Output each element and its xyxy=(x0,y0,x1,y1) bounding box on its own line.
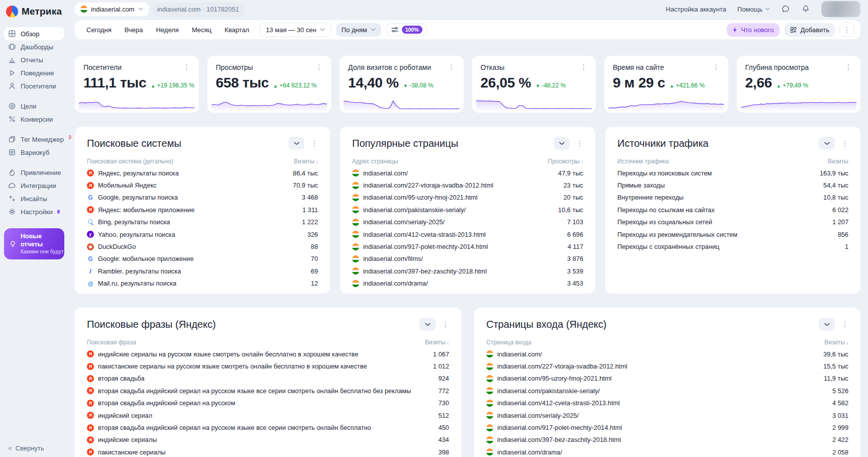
column-header-value[interactable]: Визиты↓ xyxy=(824,339,848,346)
table-row[interactable]: DuckDuckGo88 xyxy=(87,240,318,252)
table-row[interactable]: indiaserial.com/47,9 тыс xyxy=(352,167,583,179)
table-row[interactable]: indiaserial.com/serialy-2025/3 031 xyxy=(486,409,848,421)
card-menu-button[interactable]: ⋮ xyxy=(580,63,587,70)
sidebar-item-integrations[interactable]: Интеграции xyxy=(4,179,64,192)
table-row[interactable]: вторая свадьба924 xyxy=(87,373,449,385)
table-row[interactable]: Rambler, результаты поиска69 xyxy=(87,265,318,277)
table-row[interactable]: Переходы с сохранённых страниц1 xyxy=(617,240,848,252)
column-header-value[interactable]: Визиты↓ xyxy=(294,158,318,165)
widget-collapse-button[interactable] xyxy=(554,137,570,150)
column-header-value[interactable]: Визиты xyxy=(828,158,848,165)
table-row[interactable]: indiaserial.com/95-uzory-hnoj-2021.html2… xyxy=(352,192,583,204)
table-row[interactable]: indiaserial.com/917-polet-mechty-2014.ht… xyxy=(352,240,583,252)
row-value: 3 468 xyxy=(302,194,318,201)
sidebar-item-overview[interactable]: Обзор xyxy=(4,27,64,40)
table-row[interactable]: вторая свадьба индийский сериал на русск… xyxy=(87,421,449,433)
table-row[interactable]: Google: мобильное приложение70 xyxy=(87,253,318,265)
table-row[interactable]: indiaserial.com/39,6 тыс xyxy=(486,348,848,360)
table-row[interactable]: пакистанские сериалы398 xyxy=(87,446,449,457)
widget-collapse-button[interactable] xyxy=(819,137,835,150)
card-menu-button[interactable]: ⋮ xyxy=(713,63,720,70)
help-menu[interactable]: Помощь xyxy=(737,6,770,13)
date-tab-3[interactable]: Неделя xyxy=(151,23,184,37)
table-row[interactable]: индийский сериал512 xyxy=(87,409,449,421)
date-tab-2[interactable]: Вчера xyxy=(119,23,149,37)
table-row[interactable]: indiaserial.com/films/3 876 xyxy=(352,253,583,265)
sidebar-item-conversions[interactable]: Конверсии xyxy=(4,113,64,126)
date-tab-4[interactable]: Месяц xyxy=(186,23,217,37)
table-row[interactable]: пакистанские сериалы на русском языке см… xyxy=(87,360,449,372)
table-row[interactable]: Переходы по ссылкам на сайтах6 022 xyxy=(617,204,848,216)
widget-menu-button[interactable]: ⋮ xyxy=(311,140,318,147)
table-row[interactable]: Переходы из поисковых систем163,9 тыс xyxy=(617,167,848,179)
table-row[interactable]: Mail.ru, результаты поиска12 xyxy=(87,278,318,290)
sidebar-item-goals[interactable]: Цели xyxy=(4,100,64,113)
sidebar-item-settings[interactable]: Настройки xyxy=(4,205,64,218)
table-row[interactable]: indiaserial.com/917-polet-mechty-2014.ht… xyxy=(486,421,848,433)
table-row[interactable]: Мобильный Яндекс70,9 тыс xyxy=(87,179,318,191)
card-menu-button[interactable]: ⋮ xyxy=(448,63,455,70)
whats-new-button[interactable]: Что нового xyxy=(727,23,779,37)
table-row[interactable]: Прямые заходы54,4 тыс xyxy=(617,179,848,191)
metrika-logo[interactable]: Метрика xyxy=(4,3,68,20)
sidebar-item-visitors[interactable]: Посетители xyxy=(4,79,64,93)
avatar[interactable] xyxy=(821,1,860,17)
widget-collapse-button[interactable] xyxy=(288,137,304,150)
chat-button[interactable] xyxy=(781,5,790,14)
card-menu-button[interactable]: ⋮ xyxy=(845,63,852,70)
table-row[interactable]: Внутренние переходы10,8 тыс xyxy=(617,192,848,204)
table-row[interactable]: indiaserial.com/397-bez-zaschity-2018.ht… xyxy=(486,434,848,446)
table-row[interactable]: Bing, результаты поиска1 222 xyxy=(87,216,318,228)
table-row[interactable]: Яндекс, результаты поиска86,4 тыс xyxy=(87,167,318,179)
table-row[interactable]: индийские сериалы434 xyxy=(87,434,449,446)
table-row[interactable]: indiaserial.com/397-bez-zaschity-2018.ht… xyxy=(352,265,583,277)
table-row[interactable]: вторая свадьба индийский сериал на русск… xyxy=(87,397,449,409)
date-tab-5[interactable]: Квартал xyxy=(219,23,255,37)
table-row[interactable]: Google, результаты поиска3 468 xyxy=(87,192,318,204)
date-tab-1[interactable]: Сегодня xyxy=(81,23,117,37)
sidebar-item-attraction[interactable]: Привлечение xyxy=(4,166,64,179)
card-menu-button[interactable]: ⋮ xyxy=(183,63,190,70)
table-row[interactable]: indiaserial.com/412-cveta-strasti-2013.h… xyxy=(486,397,848,409)
collapse-sidebar-button[interactable]: « Свернуть xyxy=(8,444,44,452)
widget-collapse-button[interactable] xyxy=(819,318,835,331)
sidebar-item-variocube[interactable]: Вариокуб xyxy=(4,146,64,159)
widget-menu-button[interactable]: ⋮ xyxy=(841,140,848,147)
granularity-select[interactable]: По дням xyxy=(336,23,381,37)
add-widget-button[interactable]: Добавить xyxy=(784,23,835,37)
table-row[interactable]: Яндекс: мобильное приложение1 311 xyxy=(87,204,318,216)
notifications-button[interactable] xyxy=(801,5,810,14)
sidebar-item-tag-manager[interactable]: Тег Менеджерβ xyxy=(4,133,64,146)
sidebar-item-dashboards[interactable]: Дашборды xyxy=(4,40,64,53)
table-row[interactable]: вторая свадьба индийский сериал на русск… xyxy=(87,385,449,397)
widget-menu-button[interactable]: ⋮ xyxy=(576,140,583,147)
new-reports-promo-button[interactable]: Новые отчеты Какими они будут xyxy=(4,228,64,259)
column-header-value[interactable]: Просмотры↓ xyxy=(548,158,583,165)
toolbar-menu-button[interactable]: ⋮ xyxy=(839,22,854,37)
column-header-value[interactable]: Визиты↓ xyxy=(425,339,449,346)
table-row[interactable]: indiaserial.com/227-vtoraja-svadba-2012.… xyxy=(352,179,583,191)
sidebar-item-reports[interactable]: Отчеты xyxy=(4,53,64,66)
table-row[interactable]: индийские сериалы на русском языке смотр… xyxy=(87,348,449,360)
table-row[interactable]: indiaserial.com/227-vtoraja-svadba-2012.… xyxy=(486,360,848,372)
table-row[interactable]: Yahoo, результаты поиска326 xyxy=(87,228,318,240)
table-row[interactable]: indiaserial.com/pakistanskie-serialy/10,… xyxy=(352,204,583,216)
table-row[interactable]: Переходы из социальных сетей1 207 xyxy=(617,216,848,228)
sampling-settings-button[interactable]: 100% xyxy=(386,23,427,36)
table-row[interactable]: indiaserial.com/pakistanskie-serialy/5 5… xyxy=(486,385,848,397)
table-row[interactable]: Переходы из рекомендательных систем856 xyxy=(617,228,848,240)
table-row[interactable]: indiaserial.com/95-uzory-hnoj-2021.html1… xyxy=(486,373,848,385)
site-selector[interactable]: indiaserial.com xyxy=(75,3,149,16)
account-settings-link[interactable]: Настройка аккаунта xyxy=(666,6,726,13)
table-row[interactable]: indiaserial.com/drama/2 058 xyxy=(486,446,848,457)
sidebar-item-behavior[interactable]: Поведение xyxy=(4,66,64,79)
table-row[interactable]: indiaserial.com/serialy-2025/7 103 xyxy=(352,216,583,228)
sidebar-item-insights[interactable]: Инсайты xyxy=(4,192,64,205)
widget-collapse-button[interactable] xyxy=(419,318,436,331)
widget-menu-button[interactable]: ⋮ xyxy=(841,321,848,328)
card-menu-button[interactable]: ⋮ xyxy=(315,63,322,70)
date-range-picker[interactable]: 13 мая — 30 сен xyxy=(260,23,331,37)
table-row[interactable]: indiaserial.com/412-cveta-strasti-2013.h… xyxy=(352,228,583,240)
widget-menu-button[interactable]: ⋮ xyxy=(442,321,449,328)
table-row[interactable]: indiaserial.com/drama/3 453 xyxy=(352,278,583,290)
